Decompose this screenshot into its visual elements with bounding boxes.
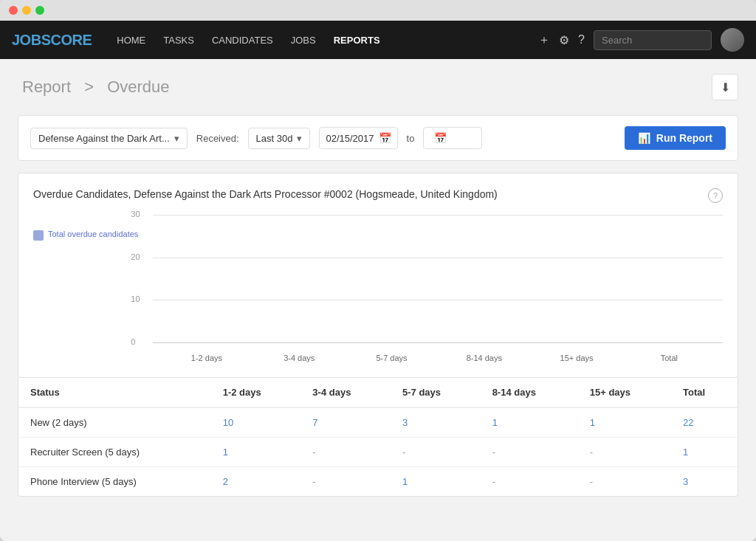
chart-header: Overdue Candidates, Defense Against the … [33,188,723,203]
status-phone: Phone Interview (5 days) [18,467,211,497]
nav-actions: ＋ ⚙ ? [538,28,744,52]
table-section: Status 1-2 days 3-4 days 5-7 days 8-14 d… [18,378,738,497]
minimize-dot[interactable] [22,6,31,15]
data-table: Status 1-2 days 3-4 days 5-7 days 8-14 d… [18,378,738,496]
y-label-20: 20 [131,252,140,261]
app-window: JOBSCORE HOME TASKS CANDIDATES JOBS REPO… [0,0,756,541]
recruiter-8-14: - [481,438,578,467]
bars-container [153,215,723,343]
phone-1-2[interactable]: 2 [211,467,301,497]
logo-job: JOB [12,32,41,48]
received-label: Received: [196,133,239,144]
breadcrumb-root: Report [22,77,71,96]
navbar: JOBSCORE HOME TASKS CANDIDATES JOBS REPO… [0,21,756,59]
new-8-14[interactable]: 1 [481,407,578,438]
date-to-input[interactable]: 📅 [423,127,482,149]
col-15plus: 15+ days [578,378,671,407]
recruiter-total[interactable]: 1 [671,438,738,467]
nav-jobs[interactable]: JOBS [284,30,323,50]
recruiter-3-4: - [300,438,391,467]
run-report-label: Run Report [656,132,712,144]
col-3-4: 3-4 days [300,378,391,407]
new-3-4[interactable]: 7 [300,407,391,438]
close-dot[interactable] [9,6,18,15]
logo-score: SCORE [41,32,92,48]
titlebar [0,0,756,21]
gear-icon[interactable]: ⚙ [559,33,569,47]
phone-total[interactable]: 3 [671,467,738,497]
maximize-dot[interactable] [35,6,44,15]
dropdown-chevron-icon: ▾ [174,133,179,144]
new-total[interactable]: 22 [671,407,738,438]
col-status: Status [18,378,211,407]
main-content: Report > Overdue ⬇ Defense Against the D… [0,59,756,541]
run-report-icon: 📊 [638,132,650,144]
page-title: Report > Overdue [18,77,174,97]
col-1-2: 1-2 days [211,378,301,407]
logo[interactable]: JOBSCORE [12,32,92,49]
phone-15plus: - [578,467,671,497]
phone-3-4: - [300,467,391,497]
y-label-10: 10 [131,294,140,303]
phone-5-7[interactable]: 1 [391,467,481,497]
legend-label: Total overdue candidates [48,230,138,238]
table-row: New (2 days) 10 7 3 1 1 22 [18,407,738,438]
col-5-7: 5-7 days [391,378,481,407]
phone-8-14: - [481,467,578,497]
add-icon[interactable]: ＋ [538,32,550,48]
table-row: Phone Interview (5 days) 2 - 1 - - 3 [18,467,738,497]
calendar-from-icon[interactable]: 📅 [379,132,391,144]
legend-swatch [33,230,44,241]
recruiter-1-2[interactable]: 1 [211,438,301,467]
period-chevron-icon: ▾ [297,133,302,144]
chart-section: Overdue Candidates, Defense Against the … [18,173,738,378]
x-label-1-2: 1-2 days [185,354,229,362]
search-input[interactable] [594,30,712,50]
y-label-30: 30 [131,210,140,218]
run-report-button[interactable]: 📊 Run Report [625,126,726,150]
period-dropdown[interactable]: Last 30d ▾ [248,128,311,149]
x-label-total: Total [647,354,691,362]
nav-home[interactable]: HOME [109,30,153,50]
table-row: Recruiter Screen (5 days) 1 - - - - 1 [18,438,738,467]
filter-bar: Defense Against the Dark Art... ▾ Receiv… [18,115,738,161]
new-5-7[interactable]: 3 [391,407,481,438]
table-header-row: Status 1-2 days 3-4 days 5-7 days 8-14 d… [18,378,738,407]
job-dropdown[interactable]: Defense Against the Dark Art... ▾ [30,128,188,149]
status-recruiter: Recruiter Screen (5 days) [18,438,211,467]
nav-tasks[interactable]: TASKS [156,30,202,50]
legend-item: Total overdue candidates [33,230,138,241]
new-15plus[interactable]: 1 [578,407,671,438]
help-icon[interactable]: ? [578,33,585,46]
bar-chart: 30 20 10 0 [153,215,723,362]
breadcrumb-separator: > [84,77,98,96]
avatar[interactable] [721,28,744,52]
col-8-14: 8-14 days [481,378,578,407]
x-label-5-7: 5-7 days [370,354,414,362]
job-dropdown-value: Defense Against the Dark Art... [38,133,170,144]
breadcrumb-current: Overdue [107,77,169,96]
recruiter-15plus: - [578,438,671,467]
nav-reports[interactable]: REPORTS [326,30,388,50]
x-axis-labels: 1-2 days 3-4 days 5-7 days 8-14 days 15+… [153,354,723,362]
download-button[interactable]: ⬇ [712,74,738,100]
x-label-8-14: 8-14 days [462,354,506,362]
chart-legend: Total overdue candidates [33,215,138,362]
chart-area: Total overdue candidates 30 20 10 [33,215,723,362]
x-label-3-4: 3-4 days [277,354,321,362]
nav-candidates[interactable]: CANDIDATES [205,30,281,50]
date-from-input[interactable]: 02/15/2017 📅 [319,127,397,149]
page-header: Report > Overdue ⬇ [18,74,738,100]
date-from-value: 02/15/2017 [326,133,374,144]
chart-help-icon[interactable]: ? [708,188,723,203]
chart-title: Overdue Candidates, Defense Against the … [33,188,498,200]
status-new: New (2 days) [18,407,211,438]
col-total: Total [671,378,738,407]
to-label: to [407,133,415,144]
recruiter-5-7: - [391,438,481,467]
new-1-2[interactable]: 10 [211,407,301,438]
period-value: Last 30d [256,133,293,144]
calendar-to-icon[interactable]: 📅 [434,132,447,144]
x-label-15plus: 15+ days [554,354,599,362]
y-label-0: 0 [131,337,135,346]
